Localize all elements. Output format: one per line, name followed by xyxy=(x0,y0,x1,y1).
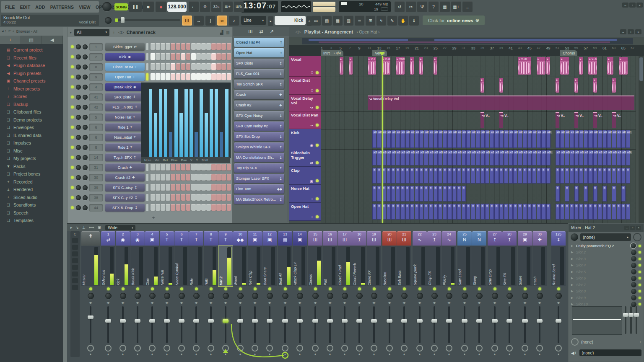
fx-close-button[interactable]: × xyxy=(636,226,641,230)
pattern-clip[interactable]: ≡Si. xyxy=(466,150,470,165)
step-button[interactable] xyxy=(186,184,191,191)
mixer-strip-body[interactable]: Chord FX xyxy=(367,246,381,286)
mixer-strip-square-pluck[interactable]: 22∿Square pluck◂▸▲ xyxy=(413,231,427,362)
step-button[interactable] xyxy=(196,184,201,191)
step-button[interactable] xyxy=(191,174,196,181)
fader-handle[interactable] xyxy=(267,319,273,323)
pattern-clip[interactable]: ≡ xyxy=(443,168,447,184)
step-button[interactable] xyxy=(191,164,196,171)
channel-number[interactable]: 9 xyxy=(89,73,103,81)
volume-fader[interactable] xyxy=(532,305,547,344)
route-arrow[interactable]: ▲ xyxy=(293,352,307,358)
pattern-clip[interactable]: ≡Si. xyxy=(593,150,597,165)
fader-handle[interactable] xyxy=(446,319,452,323)
tempo-display[interactable]: 128.000 xyxy=(167,2,187,12)
pattern-clip[interactable]: ≡ xyxy=(405,204,410,220)
velocity-bar[interactable] xyxy=(210,89,213,158)
pattern-clip[interactable]: ≡ xyxy=(509,168,513,184)
step-button[interactable] xyxy=(176,73,181,80)
mixer-strip-body[interactable]: Plucky xyxy=(442,246,456,286)
audio-clip[interactable]: ▸ xyxy=(434,57,437,75)
mute-led[interactable] xyxy=(403,287,406,290)
pattern-clip[interactable]: ≡ xyxy=(527,204,532,220)
eq-band-fader[interactable] xyxy=(630,306,632,334)
pattern-clip[interactable]: ≡Si. xyxy=(377,150,381,165)
pattern-clip[interactable]: ≡ xyxy=(485,204,489,220)
step-button[interactable] xyxy=(221,43,226,50)
pattern-clip[interactable]: ≡K. xyxy=(457,130,461,148)
pan-knob[interactable] xyxy=(522,293,528,299)
route-arrow[interactable]: ▲ xyxy=(262,352,277,358)
mute-led[interactable] xyxy=(538,287,541,290)
mixer-strip-snare[interactable]: 29▣Snare◂▸▲ xyxy=(518,231,532,362)
picker-item-crash[interactable]: Crash✚ xyxy=(234,90,284,99)
pattern-clip[interactable]: ≡ xyxy=(387,186,391,202)
pan-knob[interactable] xyxy=(371,293,377,299)
mute-led[interactable] xyxy=(122,287,125,290)
main-volume-knob[interactable] xyxy=(102,2,112,11)
pattern-clip[interactable]: ≡K. xyxy=(471,130,475,148)
step-button[interactable] xyxy=(186,63,191,70)
channel-pan-knob[interactable] xyxy=(76,125,81,130)
velocity-bar[interactable] xyxy=(205,113,208,158)
mute-led[interactable] xyxy=(89,287,92,290)
route-arrow[interactable]: ▲ xyxy=(397,352,411,358)
browser-item-sliced-audio[interactable]: +Sliced audio xyxy=(0,194,63,202)
picker-item-fls-gun-001[interactable]: FLS_Gun 001↥ xyxy=(234,69,284,78)
stereo-sep-widget[interactable]: ◂▸ xyxy=(472,300,486,305)
pattern-clip[interactable]: ≡Si. xyxy=(443,150,447,165)
pattern-clip[interactable]: ≡ xyxy=(396,204,400,220)
fx-mix-knob[interactable] xyxy=(631,295,636,300)
fx-slot-led[interactable] xyxy=(639,264,641,266)
pan-knob[interactable] xyxy=(252,293,258,299)
channel-led[interactable] xyxy=(71,196,74,199)
mute-led[interactable] xyxy=(329,287,332,290)
fx-slot-2[interactable]: ▶Slot 2 xyxy=(569,249,644,256)
pattern-clip[interactable]: ≡K. xyxy=(523,130,527,148)
channel-led[interactable] xyxy=(71,206,74,209)
step-button[interactable] xyxy=(227,174,231,181)
channel-volume-knob[interactable] xyxy=(83,195,88,200)
automation-clip[interactable]: ↝ Vocal Delay Vol xyxy=(368,96,634,110)
plugin-icon[interactable]: ϟ xyxy=(377,16,386,26)
stereo-sep-widget[interactable]: ◂▸ xyxy=(352,300,366,305)
mixer-strip-noise-hat[interactable]: 5TNoise Hat◂▸▲ xyxy=(160,231,174,362)
playlist-maximize-button[interactable]: ▫ xyxy=(628,29,634,34)
fader-handle[interactable] xyxy=(556,319,561,323)
route-arrow[interactable]: ▲ xyxy=(532,352,547,358)
step-button[interactable] xyxy=(211,43,216,50)
fx-enable-ring[interactable] xyxy=(461,345,468,352)
mixer-strip-body[interactable]: Sidechain xyxy=(101,246,115,286)
step-button[interactable] xyxy=(166,43,170,50)
browser-item-project-bones[interactable]: ❏Project bones xyxy=(0,170,63,178)
mixer-strip-reverb-send[interactable]: 125↧Reverb Send◂▸▲ xyxy=(551,231,566,362)
pattern-clip[interactable]: ≡ xyxy=(424,186,428,202)
step-button[interactable] xyxy=(161,43,165,50)
volume-fader[interactable] xyxy=(189,305,203,344)
step-button[interactable] xyxy=(161,164,165,171)
fx-enable-ring[interactable] xyxy=(386,345,393,352)
channel-number[interactable]: 38 xyxy=(89,194,103,202)
route-arrow[interactable]: ▲ xyxy=(382,352,397,358)
fader-handle[interactable] xyxy=(417,319,423,323)
step-button[interactable] xyxy=(176,184,181,191)
channel-number[interactable]: 8 xyxy=(89,63,103,71)
multilink-icon[interactable]: ✋ xyxy=(398,16,408,26)
track-led[interactable] xyxy=(316,89,319,92)
mute-led[interactable] xyxy=(508,287,511,290)
step-button[interactable] xyxy=(196,174,201,181)
fx-slot-led[interactable] xyxy=(639,303,641,305)
mute-led[interactable] xyxy=(448,287,451,290)
step-button[interactable] xyxy=(181,184,186,191)
mute-led[interactable] xyxy=(463,287,466,290)
fx-enable-ring[interactable] xyxy=(506,345,513,352)
fx-enable-ring[interactable] xyxy=(446,345,452,352)
pattern-clip[interactable]: ≡ xyxy=(462,186,466,202)
pattern-clip[interactable]: ≡ xyxy=(377,186,381,202)
pattern-clip[interactable]: ≡ xyxy=(518,168,522,184)
step-button[interactable] xyxy=(201,63,206,70)
pattern-clip[interactable]: ≡ xyxy=(607,204,611,220)
fx-slot-led[interactable] xyxy=(639,245,641,247)
route-arrow[interactable]: ▲ xyxy=(81,352,100,358)
automation-clip[interactable]: ↝ V.. xyxy=(556,112,559,128)
